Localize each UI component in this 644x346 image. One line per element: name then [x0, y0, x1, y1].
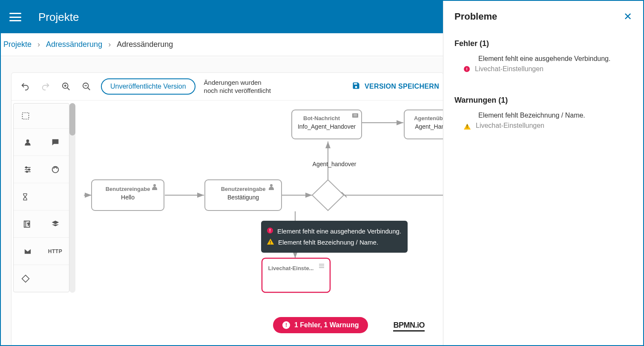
- chevron-right-icon: ›: [108, 40, 111, 49]
- chevron-right-icon: ›: [37, 40, 40, 49]
- breadcrumb-root[interactable]: Projekte: [3, 40, 32, 49]
- node-livechat-settings[interactable]: [262, 258, 330, 292]
- error-item[interactable]: Element fehlt eine ausgehende Verbindung…: [454, 55, 632, 73]
- tooltip-error-text: Element fehlt eine ausgehende Verbindung…: [277, 226, 401, 237]
- problems-pill-label: 1 Fehler, 1 Warnung: [294, 321, 359, 329]
- app-title: Projekte: [38, 11, 79, 24]
- diagram-canvas[interactable]: ? HTTP: [12, 101, 443, 340]
- svg-point-26: [153, 184, 156, 187]
- warning-item[interactable]: Element fehlt Bezeichnung / Name. Livech…: [454, 112, 632, 130]
- error-message: Element fehlt eine ausgehende Verbindung…: [464, 55, 632, 63]
- save-version-button[interactable]: VERSION SPEICHERN: [352, 81, 439, 92]
- editor-toolbar: Unveröffentlichte Version Änderungen wur…: [12, 73, 443, 101]
- error-icon: !: [464, 66, 470, 72]
- bpmn-logo: BPMN.iO: [393, 321, 425, 332]
- warning-message: Element fehlt Bezeichnung / Name.: [464, 112, 632, 119]
- node-bestaetigung-title: Benutzereingabe: [221, 186, 266, 192]
- editor-card: Unveröffentlichte Version Änderungen wur…: [11, 72, 444, 346]
- publish-status: Änderungen wurden noch nicht veröffentli…: [204, 78, 276, 95]
- node-hello-title: Benutzereingabe: [106, 186, 150, 192]
- svg-line-1: [67, 88, 70, 90]
- svg-line-5: [88, 88, 90, 90]
- node-bestaetigung-subtitle: Bestätigung: [227, 194, 259, 201]
- version-selector[interactable]: Unveröffentlichte Version: [101, 78, 196, 95]
- error-icon: !: [282, 321, 290, 329]
- svg-rect-28: [352, 113, 358, 118]
- breadcrumb-mid[interactable]: Adressänderung: [46, 40, 102, 49]
- node-hello-subtitle: Hello: [121, 194, 135, 201]
- problems-panel-title: Probleme: [454, 11, 497, 22]
- node-agent-title: Agentenüber: [414, 115, 444, 121]
- redo-button[interactable]: [35, 77, 56, 96]
- errors-heading: Fehler (1): [454, 39, 632, 48]
- tooltip-warning-text: Element fehlt Bezeichnung / Name.: [278, 237, 378, 248]
- close-icon[interactable]: ✕: [624, 12, 632, 22]
- warnings-heading: Warnungen (1): [454, 96, 632, 105]
- zoom-out-button[interactable]: [76, 77, 97, 96]
- save-version-label: VERSION SPEICHERN: [365, 83, 439, 90]
- breadcrumb-current: Adressänderung: [117, 40, 173, 49]
- problems-pill[interactable]: ! 1 Fehler, 1 Warnung: [273, 317, 368, 333]
- menu-icon[interactable]: [9, 13, 21, 21]
- node-bot-subtitle: Info_Agent_Handover: [298, 123, 356, 130]
- warning-icon: [267, 239, 274, 245]
- validation-tooltip: ! Element fehlt eine ausgehende Verbindu…: [261, 221, 408, 253]
- node-bot-title: Bot-Nachricht: [303, 115, 340, 121]
- svg-point-27: [270, 184, 273, 187]
- zoom-in-button[interactable]: [56, 77, 76, 96]
- warning-icon: [464, 124, 471, 130]
- error-icon: !: [267, 228, 273, 234]
- gateway-node[interactable]: [312, 180, 344, 210]
- node-livechat-title: Livechat-Einste...: [268, 265, 314, 271]
- problems-panel: Probleme ✕ Fehler (1) Element fehlt eine…: [443, 1, 643, 345]
- save-icon: [352, 81, 360, 92]
- node-agent-subtitle: Agent_Hando: [415, 123, 444, 130]
- undo-button[interactable]: [15, 77, 35, 96]
- error-source: Livechat-Einstellungen: [475, 65, 543, 73]
- warning-source: Livechat-Einstellungen: [476, 122, 544, 130]
- gateway-label: Agent_handover: [313, 161, 356, 167]
- bpmn-diagram: Agent_handover Benutzereingabe Hello Ben…: [12, 101, 444, 340]
